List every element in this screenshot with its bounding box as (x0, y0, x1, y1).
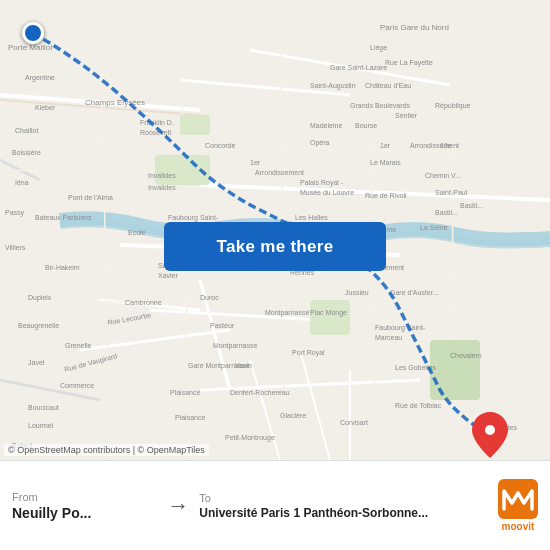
svg-text:Glacière: Glacière (280, 412, 306, 419)
svg-text:Rue La Fayette: Rue La Fayette (385, 59, 433, 67)
svg-text:Concorde: Concorde (205, 142, 235, 149)
moovit-text: moovit (502, 521, 535, 532)
svg-text:1er: 1er (380, 142, 391, 149)
svg-text:Dupleix: Dupleix (28, 294, 52, 302)
to-label: To (199, 492, 490, 504)
svg-text:Beaugrenelle: Beaugrenelle (18, 322, 59, 330)
svg-text:Jussieu: Jussieu (345, 289, 369, 296)
svg-text:Les Halles: Les Halles (295, 214, 328, 221)
svg-text:Opéra: Opéra (310, 139, 330, 147)
svg-text:Le Marais: Le Marais (370, 159, 401, 166)
svg-text:Faubourg Saint-: Faubourg Saint- (168, 214, 219, 222)
svg-text:Plac Monge: Plac Monge (310, 309, 347, 317)
svg-text:Gare d'Auster...: Gare d'Auster... (390, 289, 438, 296)
svg-text:Plaisance: Plaisance (175, 414, 205, 421)
svg-text:Franklin D.: Franklin D. (140, 119, 174, 126)
svg-text:Port Royal: Port Royal (292, 349, 325, 357)
svg-text:Bastil...: Bastil... (435, 209, 458, 216)
svg-text:Grands Boulevards: Grands Boulevards (350, 102, 410, 109)
svg-text:Bateaux Parisiens: Bateaux Parisiens (35, 214, 92, 221)
svg-text:Boissière: Boissière (12, 149, 41, 156)
from-label: From (12, 491, 157, 503)
take-me-there-button[interactable]: Take me there (164, 222, 386, 271)
svg-text:Madeleine: Madeleine (310, 122, 342, 129)
svg-text:Argentine: Argentine (25, 74, 55, 82)
svg-text:Montparnasse: Montparnasse (213, 342, 257, 350)
svg-text:Liège: Liège (370, 44, 387, 52)
svg-text:Chevalem: Chevalem (450, 352, 482, 359)
svg-text:Ecole: Ecole (128, 229, 146, 236)
to-value: Université Paris 1 Panthéon-Sorbonne... (199, 506, 490, 520)
arrow-right-icon: → (167, 493, 189, 519)
svg-text:Boucicaut: Boucicaut (28, 404, 59, 411)
moovit-logo: moovit (498, 479, 538, 532)
moovit-icon (498, 479, 538, 519)
svg-rect-28 (430, 340, 480, 400)
arrow-section: → (157, 493, 199, 519)
svg-text:Marceau: Marceau (375, 334, 402, 341)
svg-text:Passy: Passy (5, 209, 25, 217)
map-attribution: © OpenStreetMap contributors | © OpenMap… (4, 444, 209, 456)
svg-text:Villiers: Villiers (5, 244, 26, 251)
bottom-bar: From Neuilly Po... → To Université Paris… (0, 460, 550, 550)
svg-text:Xavier: Xavier (158, 272, 179, 279)
cta-button-container[interactable]: Take me there (164, 222, 386, 271)
svg-text:Arrondissement: Arrondissement (255, 169, 304, 176)
svg-text:Saint-Paul: Saint-Paul (435, 189, 468, 196)
svg-text:Duroc: Duroc (200, 294, 219, 301)
svg-text:Sentier: Sentier (395, 112, 418, 119)
svg-text:Plaisance: Plaisance (170, 389, 200, 396)
svg-text:Pasteur: Pasteur (210, 322, 235, 329)
from-value: Neuilly Po... (12, 505, 157, 521)
svg-text:Château d'Eau: Château d'Eau (365, 82, 411, 89)
svg-text:Bourse: Bourse (355, 122, 377, 129)
svg-text:Porte Maillot: Porte Maillot (8, 43, 53, 52)
svg-text:Champs Elysées: Champs Elysées (85, 98, 145, 107)
app: Porte Maillot Argentine Kleber Chaillot … (0, 0, 550, 550)
svg-text:Iéna: Iéna (15, 179, 29, 186)
svg-text:Commerce: Commerce (60, 382, 94, 389)
svg-text:Palais Royal -: Palais Royal - (300, 179, 344, 187)
svg-point-120 (485, 425, 495, 435)
svg-text:Bir-Hakeim: Bir-Hakeim (45, 264, 80, 271)
svg-text:Petit-Montrouge: Petit-Montrouge (225, 434, 275, 442)
svg-text:Arrondissement: Arrondissement (410, 142, 459, 149)
svg-text:Faubourg Saint-: Faubourg Saint- (375, 324, 426, 332)
svg-text:Javel: Javel (28, 359, 45, 366)
svg-text:Denfert-Rochereau: Denfert-Rochereau (230, 389, 290, 396)
svg-text:Cambronne: Cambronne (125, 299, 162, 306)
svg-text:Musée du Louvre: Musée du Louvre (300, 189, 354, 196)
map-container: Porte Maillot Argentine Kleber Chaillot … (0, 0, 550, 460)
svg-text:Rue de Rivoli: Rue de Rivoli (365, 192, 407, 199)
svg-text:Gare Montparnasse: Gare Montparnasse (188, 362, 250, 370)
svg-text:Saint-Augustin: Saint-Augustin (310, 82, 356, 90)
svg-text:Pont de l'Alma: Pont de l'Alma (68, 194, 113, 201)
svg-text:Gare Saint-Lazare: Gare Saint-Lazare (330, 64, 387, 71)
to-section: To Université Paris 1 Panthéon-Sorbonne.… (199, 492, 490, 520)
origin-marker (22, 22, 44, 44)
svg-text:Grenelle: Grenelle (65, 342, 92, 349)
svg-rect-29 (180, 115, 210, 135)
from-section: From Neuilly Po... (12, 491, 157, 521)
svg-text:Paris Gare du Nord: Paris Gare du Nord (380, 23, 449, 32)
svg-text:République: République (435, 102, 471, 110)
svg-text:Lourmel: Lourmel (28, 422, 54, 429)
svg-text:Corvisart: Corvisart (340, 419, 368, 426)
svg-text:Chaillot: Chaillot (15, 127, 38, 134)
svg-text:1er: 1er (250, 159, 261, 166)
svg-text:Invalides: Invalides (148, 184, 176, 191)
svg-text:Rue de Tolbiac: Rue de Tolbiac (395, 402, 442, 409)
svg-text:Montparnasse: Montparnasse (265, 309, 309, 317)
svg-text:Bastil...: Bastil... (460, 202, 483, 209)
svg-text:Chemin V...: Chemin V... (425, 172, 461, 179)
svg-text:La Seine: La Seine (420, 224, 448, 231)
svg-text:Kleber: Kleber (35, 104, 56, 111)
svg-text:Invalides: Invalides (148, 172, 176, 179)
svg-rect-27 (310, 300, 350, 335)
